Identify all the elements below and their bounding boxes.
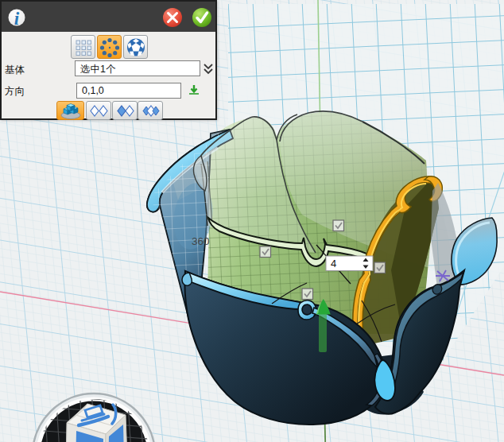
svg-text:360: 360 (192, 235, 210, 247)
svg-text:i: i (14, 9, 20, 29)
svg-text:4: 4 (331, 258, 336, 269)
